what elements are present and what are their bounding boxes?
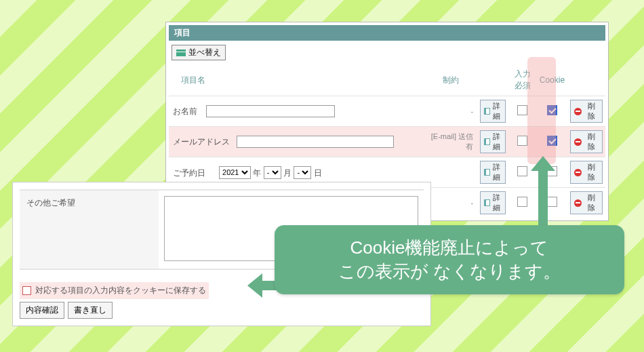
- delete-icon: [574, 108, 582, 115]
- month-select[interactable]: -: [264, 166, 281, 179]
- detail-button[interactable]: 詳細: [480, 100, 506, 123]
- day-select[interactable]: -: [294, 166, 311, 179]
- name-input[interactable]: [206, 105, 335, 117]
- delete-icon: [574, 169, 582, 176]
- year-select[interactable]: 2021: [219, 166, 251, 179]
- month-suffix: 月: [283, 168, 291, 177]
- delete-icon: [574, 138, 582, 146]
- constraint-text: -: [425, 96, 477, 127]
- constraint-text: -: [425, 188, 477, 218]
- detail-label: 詳細: [492, 101, 502, 121]
- detail-icon: [484, 199, 490, 206]
- detail-label: 詳細: [492, 193, 502, 213]
- year-suffix: 年: [253, 168, 261, 177]
- constraint-text: [E-mail] 送信有: [425, 127, 477, 157]
- table-row: お名前 - 詳細 削除: [169, 96, 605, 127]
- delete-label: 削除: [584, 162, 599, 182]
- sort-icon: [176, 50, 186, 56]
- field-label: ご予約日: [173, 168, 205, 177]
- required-checkbox[interactable]: [517, 136, 527, 146]
- callout-line2: この表示が なくなります。: [289, 260, 609, 283]
- required-checkbox[interactable]: [517, 166, 527, 176]
- field-label: お名前: [173, 106, 197, 116]
- confirm-button[interactable]: 内容確認: [20, 302, 64, 319]
- delete-label: 削除: [584, 101, 599, 121]
- panel-header: 項目: [169, 25, 605, 41]
- delete-label: 削除: [584, 193, 599, 213]
- cookie-checkbox[interactable]: [547, 105, 557, 115]
- delete-button[interactable]: 削除: [570, 130, 603, 153]
- constraint-text: [425, 157, 477, 188]
- delete-button[interactable]: 削除: [570, 161, 603, 184]
- detail-button[interactable]: 詳細: [480, 130, 506, 153]
- reset-button[interactable]: 書き直し: [68, 302, 113, 319]
- email-input[interactable]: [237, 136, 394, 148]
- col-constraint: 制約: [425, 64, 477, 96]
- field-label: メールアドレス: [173, 137, 230, 146]
- detail-label: 詳細: [492, 162, 502, 182]
- sort-button-label: 並べ替え: [188, 47, 221, 58]
- cookie-save-label: 対応する項目の入力内容をクッキーに保存する: [35, 285, 206, 296]
- cookie-save-row: 対応する項目の入力内容をクッキーに保存する: [20, 282, 209, 299]
- detail-label: 詳細: [492, 132, 502, 152]
- col-required: 入力必須: [508, 64, 537, 96]
- required-checkbox[interactable]: [517, 105, 527, 115]
- required-checkbox[interactable]: [517, 197, 527, 207]
- callout-line1: Cookie機能廃止によって: [289, 236, 609, 260]
- callout-bubble: Cookie機能廃止によって この表示が なくなります。: [275, 225, 624, 294]
- col-name: 項目名: [169, 64, 425, 96]
- cookie-checkbox[interactable]: [547, 136, 557, 146]
- day-suffix: 日: [314, 168, 322, 177]
- detail-icon: [484, 108, 490, 115]
- detail-button[interactable]: 詳細: [480, 161, 506, 184]
- delete-icon: [574, 199, 582, 207]
- sort-button[interactable]: 並べ替え: [172, 45, 226, 60]
- detail-icon: [484, 138, 490, 145]
- delete-button[interactable]: 削除: [570, 191, 603, 214]
- table-row: メールアドレス [E-mail] 送信有 詳細 削除: [169, 127, 605, 157]
- cookie-checkbox[interactable]: [547, 197, 557, 207]
- col-cookie: Cookie: [537, 64, 567, 96]
- arrow-up-icon: [538, 168, 548, 227]
- detail-icon: [484, 169, 490, 176]
- delete-button[interactable]: 削除: [570, 100, 603, 123]
- detail-button[interactable]: 詳細: [480, 191, 506, 214]
- other-label: その他ご希望: [20, 191, 159, 269]
- delete-label: 削除: [584, 132, 599, 152]
- cookie-save-checkbox[interactable]: [22, 286, 31, 295]
